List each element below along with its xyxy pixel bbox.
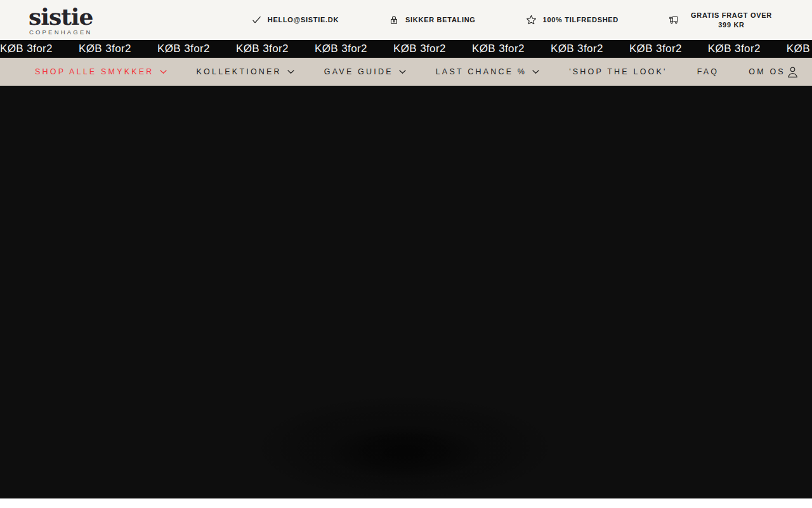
nav-item-om-os[interactable]: OM OS — [749, 67, 785, 76]
nav-item-kollektioner[interactable]: KOLLEKTIONER — [197, 67, 294, 76]
promo-marquee-item: KØB 3for2 — [315, 43, 367, 55]
page: sistie COPENHAGEN HELLO@SISTIE.DK — [0, 0, 812, 508]
top-bar: sistie COPENHAGEN HELLO@SISTIE.DK — [0, 0, 812, 40]
promo-marquee-item: KØB 3for2 — [236, 43, 289, 55]
main-nav: SHOP ALLE SMYKKER KOLLEKTIONER GAVE GUID… — [0, 58, 812, 86]
usp-item: HELLO@SISTIE.DK — [251, 15, 339, 25]
promo-marquee-item: KØB 3for2 — [393, 43, 446, 55]
promo-marquee-item: KØB 3for2 — [787, 43, 812, 55]
usp-item: SIKKER BETALING — [388, 14, 476, 26]
nav-item-label: KOLLEKTIONER — [197, 67, 282, 76]
usp-item: 100% TILFREDSHED — [525, 14, 619, 26]
nav-item-last-chance[interactable]: LAST CHANCE % — [436, 67, 539, 76]
account-icon — [785, 65, 800, 79]
nav-item-shop-alle-smykker[interactable]: SHOP ALLE SMYKKER — [35, 67, 167, 76]
usp-label: GRATIS FRAGT OVER 399 KR — [686, 11, 776, 30]
nav-item-label: 'SHOP THE LOOK' — [569, 67, 667, 76]
usp-row: HELLO@SISTIE.DK SIKKER BETALING 100% TIL… — [251, 11, 812, 30]
nav-icon-group — [785, 65, 812, 79]
usp-label: HELLO@SISTIE.DK — [268, 15, 339, 25]
promo-marquee-item: KØB 3for2 — [0, 43, 53, 55]
nav-item-label: FAQ — [697, 67, 719, 76]
nav-item-label: LAST CHANCE % — [436, 67, 527, 76]
logo-subtitle: COPENHAGEN — [29, 29, 93, 36]
content-below — [0, 498, 812, 508]
checkmark-icon — [251, 15, 262, 25]
nav-item-label: OM OS — [749, 67, 785, 76]
promo-marquee-item: KØB 3for2 — [629, 43, 682, 55]
hero-image — [0, 86, 812, 498]
usp-item: GRATIS FRAGT OVER 399 KR — [668, 11, 776, 30]
chevron-down-icon — [287, 70, 294, 74]
nav-item-shop-the-look[interactable]: 'SHOP THE LOOK' — [569, 67, 667, 76]
star-icon — [525, 14, 537, 26]
truck-icon — [668, 14, 681, 26]
nav-item-label: GAVE GUIDE — [324, 67, 393, 76]
chevron-down-icon — [532, 70, 539, 74]
logo-brand: sistie — [29, 5, 93, 28]
promo-marquee-item: KØB 3for2 — [79, 43, 131, 55]
nav-item-faq[interactable]: FAQ — [697, 67, 719, 76]
logo[interactable]: sistie COPENHAGEN — [29, 5, 93, 36]
promo-marquee: KØB 3for2 KØB 3for2 KØB 3for2 KØB 3for2 … — [0, 40, 812, 58]
promo-marquee-item: KØB 3for2 — [472, 43, 525, 55]
nav-item-label: SHOP ALLE SMYKKER — [35, 67, 154, 76]
usp-label: SIKKER BETALING — [405, 15, 476, 25]
chevron-down-icon — [160, 70, 167, 74]
chevron-down-icon — [399, 70, 406, 74]
usp-label: 100% TILFREDSHED — [543, 15, 619, 25]
promo-marquee-item: KØB 3for2 — [551, 43, 603, 55]
nav-links: SHOP ALLE SMYKKER KOLLEKTIONER GAVE GUID… — [35, 67, 785, 76]
promo-marquee-item: KØB 3for2 — [708, 43, 761, 55]
padlock-icon — [388, 14, 400, 26]
nav-item-gave-guide[interactable]: GAVE GUIDE — [324, 67, 406, 76]
promo-marquee-item: KØB 3for2 — [157, 43, 210, 55]
